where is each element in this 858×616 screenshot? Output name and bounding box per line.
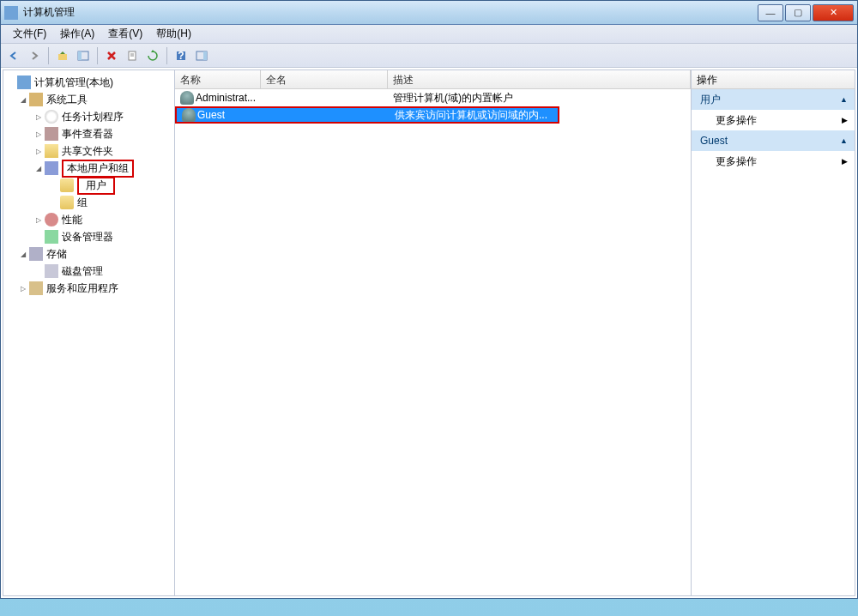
minimize-button[interactable]: —	[758, 4, 783, 21]
delete-button[interactable]	[102, 46, 121, 65]
list-row-guest[interactable]: Guest 供来宾访问计算机或访问域的内...	[175, 106, 559, 124]
action-panel: 操作 用户 ▲ 更多操作 ▶ Guest ▲ 更多操作 ▶	[692, 70, 855, 595]
panel-right-icon	[196, 50, 208, 62]
svg-rect-9	[203, 51, 207, 60]
tree-task-scheduler[interactable]: ▷任务计划程序	[3, 108, 174, 125]
expander-icon	[34, 233, 43, 241]
action-more-users[interactable]: 更多操作 ▶	[692, 110, 855, 130]
expander-icon[interactable]: ▷	[34, 112, 43, 121]
action-group-label: 用户	[700, 93, 721, 107]
user-icon	[180, 91, 194, 105]
action-group-label: Guest	[700, 135, 728, 147]
tree-disk-management[interactable]: 磁盘管理	[3, 263, 174, 280]
tree-system-tools[interactable]: ◢系统工具	[3, 91, 174, 108]
arrow-right-icon	[28, 50, 40, 62]
menu-file[interactable]: 文件(F)	[6, 25, 53, 43]
event-icon	[45, 127, 58, 141]
action-group-users[interactable]: 用户 ▲	[692, 89, 855, 110]
tree-device-manager[interactable]: 设备管理器	[3, 228, 174, 245]
column-name[interactable]: 名称	[175, 70, 261, 88]
titlebar[interactable]: 计算机管理 — ▢ ✕	[1, 1, 857, 25]
expander-icon[interactable]: ▷	[34, 130, 43, 138]
list-panel: 名称 全名 描述 Administrat... 管理计算机(域)的内置帐户 Gu…	[175, 70, 692, 595]
tree-users[interactable]: 用户	[3, 177, 174, 194]
tree-label: 本地用户和组	[62, 160, 134, 178]
computer-mgmt-icon	[17, 75, 31, 89]
column-description[interactable]: 描述	[388, 70, 691, 88]
svg-rect-2	[78, 51, 82, 60]
storage-icon	[29, 247, 43, 261]
expander-icon[interactable]	[7, 78, 15, 87]
show-hide-tree-button[interactable]	[74, 46, 93, 65]
list-row-administrator[interactable]: Administrat... 管理计算机(域)的内置帐户	[175, 89, 691, 106]
column-fullname[interactable]: 全名	[261, 70, 388, 88]
svg-text:?: ?	[178, 50, 184, 62]
tree-panel[interactable]: 计算机管理(本地) ◢系统工具 ▷任务计划程序 ▷事件查看器 ▷共享文件夹 ◢本…	[3, 70, 175, 595]
tree-label: 性能	[62, 213, 82, 227]
cell-name: Administrat...	[196, 92, 256, 104]
folder-up-icon	[57, 50, 69, 62]
expander-icon	[50, 198, 58, 207]
toolbar: ?	[1, 44, 857, 68]
tree-label: 设备管理器	[62, 230, 113, 245]
expander-icon[interactable]: ◢	[34, 164, 43, 172]
submenu-icon: ▶	[842, 116, 848, 124]
back-button[interactable]	[4, 46, 23, 65]
maximize-button[interactable]: ▢	[785, 4, 811, 21]
tree-storage[interactable]: ◢存储	[3, 245, 174, 263]
expander-icon[interactable]: ▷	[19, 284, 27, 293]
svg-rect-0	[58, 54, 67, 60]
clock-icon	[45, 110, 58, 124]
up-button[interactable]	[53, 46, 72, 65]
arrow-left-icon	[8, 50, 20, 62]
refresh-icon	[147, 50, 159, 62]
tree-services-apps[interactable]: ▷服务和应用程序	[3, 280, 174, 297]
tools-icon	[29, 93, 43, 106]
help-button[interactable]: ?	[172, 46, 190, 65]
app-icon	[4, 6, 18, 20]
tree-label: 任务计划程序	[62, 110, 124, 124]
tree-performance[interactable]: ▷性能	[3, 211, 174, 228]
menu-view[interactable]: 查看(V)	[101, 25, 149, 43]
expander-icon	[34, 267, 43, 275]
action-item-label: 更多操作	[716, 113, 757, 128]
panel-icon	[77, 50, 89, 62]
action-more-guest[interactable]: 更多操作 ▶	[692, 151, 855, 172]
app-window: 计算机管理 — ▢ ✕ 文件(F) 操作(A) 查看(V) 帮助(H) ? 计算…	[0, 0, 858, 599]
expander-icon[interactable]: ▷	[34, 215, 43, 224]
action-item-label: 更多操作	[716, 154, 757, 169]
tree-label: 组	[77, 196, 88, 210]
expander-icon	[50, 181, 58, 190]
tree-label: 磁盘管理	[62, 264, 103, 279]
tree-label: 存储	[46, 247, 67, 262]
expander-icon[interactable]: ▷	[34, 147, 43, 155]
show-action-pane-button[interactable]	[192, 46, 211, 65]
collapse-icon: ▲	[840, 95, 848, 104]
properties-button[interactable]	[123, 46, 142, 65]
list-body[interactable]: Administrat... 管理计算机(域)的内置帐户 Guest 供来宾访问…	[175, 89, 691, 595]
share-icon	[45, 144, 58, 158]
action-group-guest[interactable]: Guest ▲	[692, 130, 855, 151]
refresh-button[interactable]	[143, 46, 162, 65]
cell-description: 管理计算机(域)的内置帐户	[388, 91, 691, 106]
disk-icon	[45, 264, 58, 278]
folder-icon	[60, 178, 74, 192]
expander-icon[interactable]: ◢	[19, 95, 27, 104]
menu-action[interactable]: 操作(A)	[53, 25, 101, 43]
folder-icon	[60, 196, 74, 209]
close-button[interactable]: ✕	[813, 4, 854, 21]
collapse-icon: ▲	[840, 136, 848, 145]
device-icon	[45, 230, 58, 244]
tree-shared-folders[interactable]: ▷共享文件夹	[3, 142, 174, 160]
toolbar-separator	[97, 47, 98, 64]
expander-icon[interactable]: ◢	[19, 250, 27, 258]
tree-event-viewer[interactable]: ▷事件查看器	[3, 125, 174, 142]
tree-local-users-groups[interactable]: ◢本地用户和组	[3, 160, 174, 177]
tree-groups[interactable]: 组	[3, 194, 174, 211]
tree-label: 事件查看器	[62, 127, 113, 142]
tree-root[interactable]: 计算机管理(本地)	[3, 74, 174, 91]
menu-help[interactable]: 帮助(H)	[149, 25, 198, 43]
forward-button[interactable]	[25, 46, 44, 65]
submenu-icon: ▶	[842, 157, 848, 166]
cell-name: Guest	[197, 109, 225, 121]
